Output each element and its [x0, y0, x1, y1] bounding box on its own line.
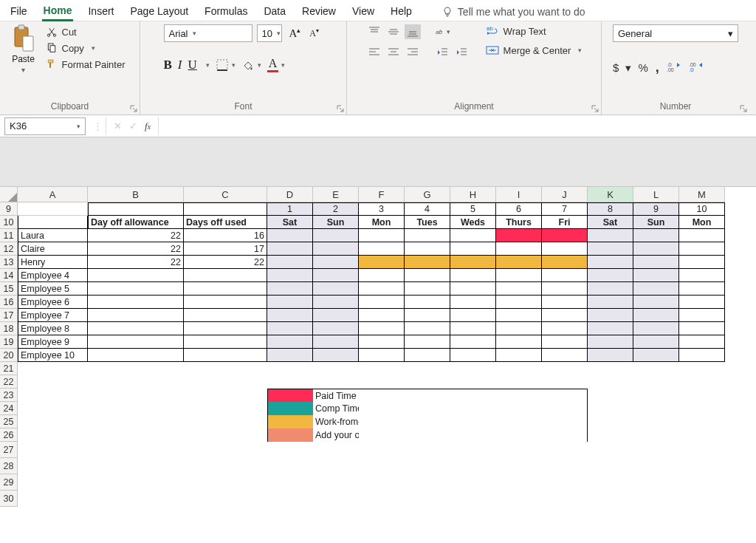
cell-L18[interactable]	[633, 322, 679, 335]
cell-H29[interactable]	[450, 474, 496, 491]
cut-button[interactable]: Cut	[43, 24, 128, 39]
cell-J19[interactable]	[542, 335, 588, 349]
cell-L14[interactable]	[633, 269, 679, 282]
cell-B27[interactable]	[88, 442, 184, 458]
row-header-10[interactable]: 10	[0, 216, 18, 229]
comma-format-button[interactable]: ,	[656, 60, 659, 75]
tab-formulas[interactable]: Formulas	[203, 4, 249, 20]
row-header-23[interactable]: 23	[0, 389, 18, 402]
name-box[interactable]: K36 ▾	[4, 117, 86, 135]
cell-G21[interactable]	[405, 362, 450, 375]
cell-L21[interactable]	[633, 362, 679, 375]
cell-F9[interactable]: 3	[359, 202, 405, 216]
cell-M30[interactable]	[679, 491, 725, 507]
cell-G22[interactable]	[405, 375, 450, 389]
row-header-25[interactable]: 25	[0, 415, 18, 428]
cell-J12[interactable]	[542, 242, 588, 256]
row-header-16[interactable]: 16	[0, 296, 18, 309]
cell-K26[interactable]	[588, 428, 633, 442]
cell-K10[interactable]: Sat	[588, 216, 633, 229]
cell-B30[interactable]	[88, 491, 184, 507]
cell-F12[interactable]	[359, 242, 405, 256]
row-header-30[interactable]: 30	[0, 491, 18, 507]
increase-font-button[interactable]: A▴	[286, 24, 304, 42]
cell-C16[interactable]	[184, 296, 267, 309]
cell-L29[interactable]	[633, 474, 679, 491]
number-dialog-launcher[interactable]	[739, 104, 748, 113]
cell-A16[interactable]: Employee 6	[18, 296, 88, 309]
cell-K19[interactable]	[588, 335, 633, 349]
cell-L12[interactable]	[633, 242, 679, 256]
tab-insert[interactable]: Insert	[86, 4, 115, 20]
cell-J22[interactable]	[542, 375, 588, 389]
cell-I18[interactable]	[496, 322, 542, 335]
underline-button[interactable]: U	[188, 58, 197, 72]
cell-K16[interactable]	[588, 296, 633, 309]
cell-J26[interactable]	[542, 428, 588, 442]
cell-J21[interactable]	[542, 362, 588, 375]
cell-C22[interactable]	[184, 375, 267, 389]
cell-H28[interactable]	[450, 458, 496, 474]
cell-I20[interactable]	[496, 349, 542, 362]
cell-D14[interactable]	[267, 269, 313, 282]
cell-C20[interactable]	[184, 349, 267, 362]
font-size-combo[interactable]: 10▾	[257, 24, 282, 42]
cell-F26[interactable]	[359, 428, 405, 442]
row-header-29[interactable]: 29	[0, 474, 18, 491]
cell-G25[interactable]	[405, 415, 450, 428]
col-header-C[interactable]: C	[184, 187, 267, 202]
cell-M17[interactable]	[679, 309, 725, 322]
cell-E13[interactable]	[313, 256, 359, 269]
cell-F24[interactable]	[359, 402, 405, 415]
align-center-button[interactable]	[385, 45, 402, 60]
cell-M25[interactable]	[679, 415, 725, 428]
cell-H27[interactable]	[450, 442, 496, 458]
col-header-J[interactable]: J	[542, 187, 588, 202]
cell-D21[interactable]	[267, 362, 313, 375]
cell-E30[interactable]	[313, 491, 359, 507]
cell-G29[interactable]	[405, 474, 450, 491]
align-right-button[interactable]	[405, 45, 421, 60]
row-header-15[interactable]: 15	[0, 282, 18, 296]
cell-B24[interactable]	[88, 402, 184, 415]
cell-F23[interactable]	[359, 389, 405, 402]
tab-view[interactable]: View	[351, 4, 376, 20]
cell-J29[interactable]	[542, 474, 588, 491]
cell-E20[interactable]	[313, 349, 359, 362]
cell-L15[interactable]	[633, 282, 679, 296]
cell-J15[interactable]	[542, 282, 588, 296]
cell-D16[interactable]	[267, 296, 313, 309]
cell-J9[interactable]: 7	[542, 202, 588, 216]
cell-J23[interactable]	[542, 389, 588, 402]
cell-C17[interactable]	[184, 309, 267, 322]
cell-H14[interactable]	[450, 269, 496, 282]
cell-C14[interactable]	[184, 269, 267, 282]
cell-I23[interactable]	[496, 389, 542, 402]
decrease-font-button[interactable]: A▾	[306, 24, 323, 42]
cell-F10[interactable]: Mon	[359, 216, 405, 229]
cell-M15[interactable]	[679, 282, 725, 296]
row-header-26[interactable]: 26	[0, 428, 18, 442]
cell-C25[interactable]	[184, 415, 267, 428]
tab-help[interactable]: Help	[389, 4, 413, 20]
cell-H24[interactable]	[450, 402, 496, 415]
cell-H19[interactable]	[450, 335, 496, 349]
cell-M18[interactable]	[679, 322, 725, 335]
copy-button[interactable]: Copy ▾	[43, 41, 128, 55]
increase-indent-button[interactable]	[453, 45, 470, 60]
cell-K22[interactable]	[588, 375, 633, 389]
cell-M16[interactable]	[679, 296, 725, 309]
cell-F27[interactable]	[359, 442, 405, 458]
cell-I21[interactable]	[496, 362, 542, 375]
cell-B21[interactable]	[88, 362, 184, 375]
cell-E29[interactable]	[313, 474, 359, 491]
cell-G27[interactable]	[405, 442, 450, 458]
cell-D11[interactable]	[267, 229, 313, 242]
cell-D19[interactable]	[267, 335, 313, 349]
col-header-E[interactable]: E	[313, 187, 359, 202]
font-dialog-launcher[interactable]	[336, 104, 345, 113]
cell-L22[interactable]	[633, 375, 679, 389]
cell-K28[interactable]	[588, 458, 633, 474]
fill-color-button[interactable]: ▾	[241, 58, 261, 72]
cell-I22[interactable]	[496, 375, 542, 389]
